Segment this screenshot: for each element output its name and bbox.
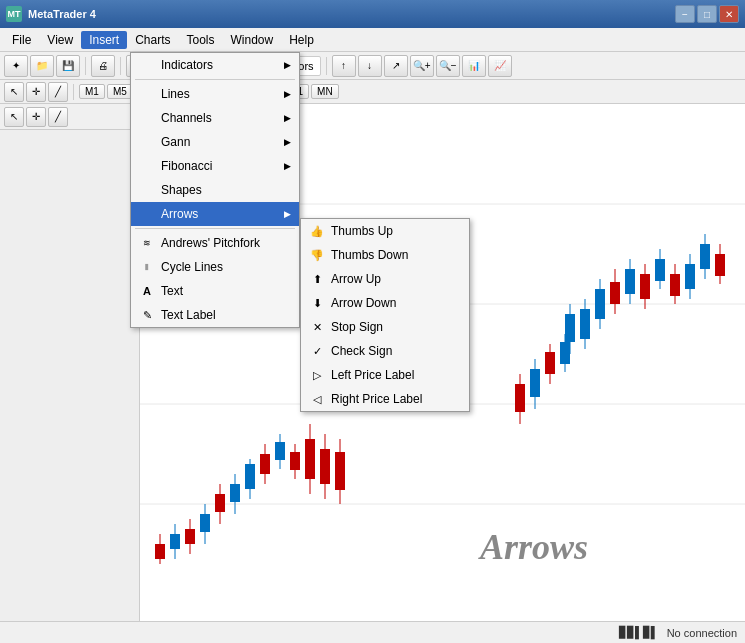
svg-rect-18 <box>245 464 255 489</box>
arrows-arrowup[interactable]: ⬆ Arrow Up <box>301 267 469 291</box>
arrows-rightprice[interactable]: ◁ Right Price Label <box>301 387 469 411</box>
connection-status: No connection <box>667 627 737 639</box>
print-btn[interactable]: 🖨 <box>91 55 115 77</box>
close-button[interactable]: ✕ <box>719 5 739 23</box>
gann-label: Gann <box>161 135 190 149</box>
tab-m1[interactable]: M1 <box>79 84 105 99</box>
channels-icon <box>139 110 155 126</box>
menu-charts[interactable]: Charts <box>127 31 178 49</box>
toolbar-main: ✦ 📁 💾 🖨 ➕ Order 🤖 Expert Advisors ↑ ↓ ↗ … <box>0 52 745 80</box>
indicators-arrow: ▶ <box>284 60 291 70</box>
insert-shapes[interactable]: Shapes <box>131 178 299 202</box>
menu-insert[interactable]: Insert <box>81 31 127 49</box>
shapes-label: Shapes <box>161 183 202 197</box>
left-panel-content <box>0 130 139 621</box>
svg-rect-12 <box>200 514 210 532</box>
thumbsdown-label: Thumbs Down <box>331 248 408 262</box>
crosshair-tool[interactable]: ✛ <box>26 82 46 102</box>
menu-view[interactable]: View <box>39 31 81 49</box>
cursor-tool[interactable]: ↖ <box>4 82 24 102</box>
thumbsup-icon: 👍 <box>309 223 325 239</box>
crosshair-left-btn[interactable]: ✛ <box>26 107 46 127</box>
save-btn[interactable]: 💾 <box>56 55 80 77</box>
sep-after-indicators <box>135 79 295 80</box>
open-btn[interactable]: 📁 <box>30 55 54 77</box>
svg-rect-45 <box>655 259 665 281</box>
chart-icon3[interactable]: ↗ <box>384 55 408 77</box>
svg-rect-10 <box>185 529 195 544</box>
rightprice-icon: ◁ <box>309 391 325 407</box>
insert-indicators[interactable]: Indicators ▶ <box>131 53 299 77</box>
svg-rect-65 <box>545 352 555 374</box>
insert-fibonacci[interactable]: Fibonacci ▶ <box>131 154 299 178</box>
arrows-stopsign[interactable]: ✕ Stop Sign <box>301 315 469 339</box>
svg-rect-67 <box>560 342 570 364</box>
svg-rect-47 <box>670 274 680 296</box>
sep5 <box>326 57 327 75</box>
app-title: MetaTrader 4 <box>28 8 96 20</box>
stopsign-icon: ✕ <box>309 319 325 335</box>
insert-lines[interactable]: Lines ▶ <box>131 82 299 106</box>
chart-icon4[interactable]: 📊 <box>462 55 486 77</box>
lines-icon <box>139 86 155 102</box>
checksign-icon: ✓ <box>309 343 325 359</box>
line-tool[interactable]: ╱ <box>48 82 68 102</box>
cursor-left-btn[interactable]: ↖ <box>4 107 24 127</box>
indicators-label: Indicators <box>161 58 213 72</box>
insert-text[interactable]: A Text <box>131 279 299 303</box>
sep1 <box>85 57 86 75</box>
insert-channels[interactable]: Channels ▶ <box>131 106 299 130</box>
arrows-arrowdown[interactable]: ⬇ Arrow Down <box>301 291 469 315</box>
svg-rect-41 <box>625 269 635 294</box>
menu-bar: File View Insert Charts Tools Window Hel… <box>0 28 745 52</box>
insert-cyclelines[interactable]: ⦀ Cycle Lines <box>131 255 299 279</box>
textlabel-label: Text Label <box>161 308 216 322</box>
chart-bars-icon: ▊▊▌▊▌ <box>619 626 659 639</box>
leftprice-icon: ▷ <box>309 367 325 383</box>
zoom-plus-btn[interactable]: 🔍+ <box>410 55 434 77</box>
status-right: ▊▊▌▊▌ No connection <box>619 626 737 639</box>
arrows-submenu: 👍 Thumbs Up 👎 Thumbs Down ⬆ Arrow Up ⬇ A… <box>300 218 470 412</box>
svg-rect-30 <box>335 452 345 490</box>
chart-icon2[interactable]: ↓ <box>358 55 382 77</box>
svg-rect-53 <box>715 254 725 276</box>
line-left-btn[interactable]: ╱ <box>48 107 68 127</box>
svg-rect-22 <box>275 442 285 460</box>
stopsign-label: Stop Sign <box>331 320 383 334</box>
insert-textlabel[interactable]: ✎ Text Label <box>131 303 299 327</box>
pitchfork-label: Andrews' Pitchfork <box>161 236 260 250</box>
insert-pitchfork[interactable]: ≋ Andrews' Pitchfork <box>131 231 299 255</box>
chart-icon5[interactable]: 📈 <box>488 55 512 77</box>
fibonacci-icon <box>139 158 155 174</box>
thumbsup-label: Thumbs Up <box>331 224 393 238</box>
maximize-button[interactable]: □ <box>697 5 717 23</box>
zoom-minus-btn[interactable]: 🔍− <box>436 55 460 77</box>
menu-file[interactable]: File <box>4 31 39 49</box>
menu-tools[interactable]: Tools <box>179 31 223 49</box>
channels-arrow: ▶ <box>284 113 291 123</box>
svg-text:Arrows: Arrows <box>478 527 588 567</box>
arrows-checksign[interactable]: ✓ Check Sign <box>301 339 469 363</box>
insert-arrows[interactable]: Arrows ▶ <box>131 202 299 226</box>
cyclelines-icon: ⦀ <box>139 259 155 275</box>
svg-rect-51 <box>700 244 710 269</box>
svg-rect-35 <box>580 309 590 339</box>
arrows-thumbsdown[interactable]: 👎 Thumbs Down <box>301 243 469 267</box>
menu-help[interactable]: Help <box>281 31 322 49</box>
thumbsdown-icon: 👎 <box>309 247 325 263</box>
insert-gann[interactable]: Gann ▶ <box>131 130 299 154</box>
chart-icon1[interactable]: ↑ <box>332 55 356 77</box>
minimize-button[interactable]: − <box>675 5 695 23</box>
new-btn[interactable]: ✦ <box>4 55 28 77</box>
tab-m5[interactable]: M5 <box>107 84 133 99</box>
tab-mn[interactable]: MN <box>311 84 339 99</box>
menu-window[interactable]: Window <box>223 31 282 49</box>
svg-rect-6 <box>155 544 165 559</box>
arrows-leftprice[interactable]: ▷ Left Price Label <box>301 363 469 387</box>
indicators-icon <box>139 57 155 73</box>
svg-rect-16 <box>230 484 240 502</box>
arrows-thumbsup[interactable]: 👍 Thumbs Up <box>301 219 469 243</box>
arrowup-icon: ⬆ <box>309 271 325 287</box>
arrowup-label: Arrow Up <box>331 272 381 286</box>
arrows-label: Arrows <box>161 207 198 221</box>
